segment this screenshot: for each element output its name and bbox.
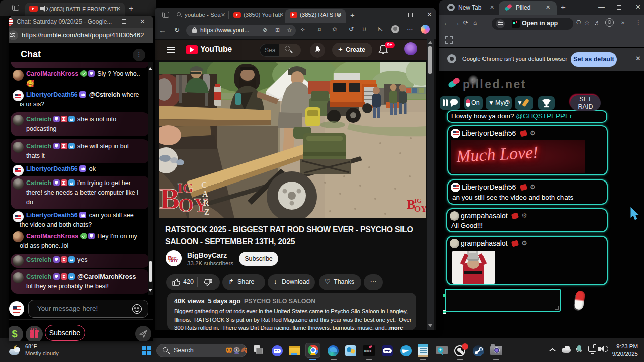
svg-text:R: R (203, 199, 209, 207)
svg-text:IG: IG (414, 197, 422, 204)
svg-text:OY: OY (414, 204, 426, 214)
svg-text:A: A (202, 190, 208, 198)
svg-text:Z: Z (204, 208, 210, 216)
svg-text:C: C (201, 180, 207, 189)
